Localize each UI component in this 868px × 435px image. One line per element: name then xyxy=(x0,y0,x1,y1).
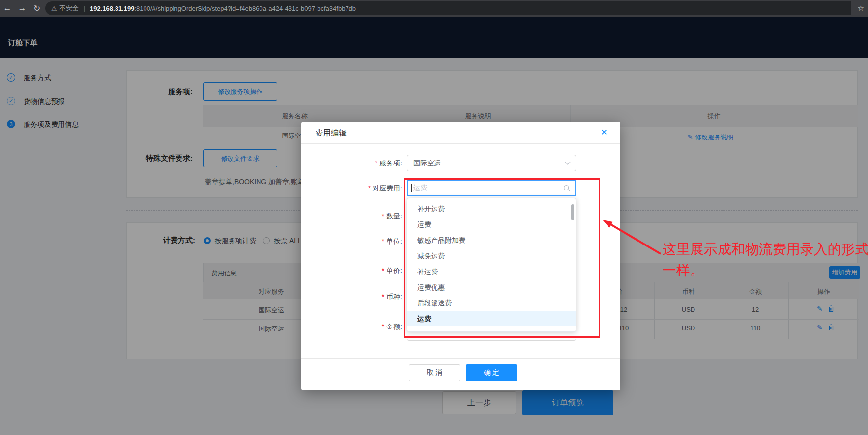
annotation-text-line2: 一样。 xyxy=(663,261,704,280)
url-host: 192.168.31.199 xyxy=(90,5,134,12)
service-item-select[interactable]: 国际空运 xyxy=(407,155,576,171)
currency-label: *币种: xyxy=(301,288,402,305)
required-marker: * xyxy=(382,293,384,300)
required-marker: * xyxy=(375,159,377,167)
unit-price-label: *单价: xyxy=(301,262,402,279)
dialog-footer-divider xyxy=(301,358,620,359)
chevron-down-icon xyxy=(565,162,571,165)
fee-label: *对应费用: xyxy=(301,180,402,196)
dialog-header: 费用编辑 ✕ xyxy=(301,122,620,144)
annotation-rectangle xyxy=(404,178,600,338)
annotation-text-line1: 这里展示成和物流费用录入的形式 xyxy=(663,240,868,259)
quantity-label: *数量: xyxy=(301,208,402,224)
not-secure-label: 不安全 xyxy=(59,4,79,13)
bookmark-star-icon[interactable]: ☆ xyxy=(858,4,864,13)
service-item-value: 国际空运 xyxy=(413,159,441,167)
service-item-label: *服务项: xyxy=(301,155,402,171)
back-icon[interactable]: ← xyxy=(0,3,15,13)
forward-icon[interactable]: → xyxy=(15,3,29,13)
required-marker: * xyxy=(382,212,384,220)
required-marker: * xyxy=(382,267,384,274)
url-separator: | xyxy=(84,5,85,12)
amount-label: *金额: xyxy=(301,318,402,335)
browser-toolbar: ← → ↻ ⚠ 不安全 | 192.168.31.199 :8100/#/shi… xyxy=(0,0,868,17)
confirm-button[interactable]: 确 定 xyxy=(466,364,517,381)
required-marker: * xyxy=(368,184,371,192)
required-marker: * xyxy=(382,237,384,245)
address-bar[interactable]: ⚠ 不安全 | 192.168.31.199 :8100/#/shippingO… xyxy=(45,1,851,15)
url-path: :8100/#/shippingOrderSkip/step4?id=f4eb8… xyxy=(134,5,356,12)
unit-label: *单位: xyxy=(301,233,402,249)
not-secure-warning-icon: ⚠ xyxy=(51,5,57,12)
close-icon[interactable]: ✕ xyxy=(601,127,608,137)
required-marker: * xyxy=(382,323,384,330)
dialog-title: 费用编辑 xyxy=(315,128,347,138)
reload-icon[interactable]: ↻ xyxy=(29,3,44,14)
screen: ← → ↻ ⚠ 不安全 | 192.168.31.199 :8100/#/shi… xyxy=(0,0,868,435)
cancel-button[interactable]: 取 消 xyxy=(409,364,460,381)
